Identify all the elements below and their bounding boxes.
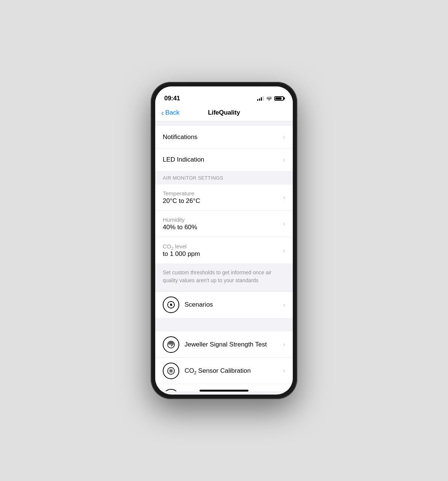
home-indicator [200,390,248,392]
co2-content: CO2 level to 1 000 ppm [163,243,200,258]
svg-line-9 [170,369,170,370]
scenarios-label: Scenarios [185,301,213,309]
section-divider-2 [155,318,293,331]
co2-calibration-label: CO2 Sensor Calibration [185,367,251,375]
svg-point-3 [171,344,172,345]
status-bar: 09:41 [155,86,293,105]
humidity-content: Humidity 40% to 60% [163,216,197,231]
status-time: 09:41 [164,95,180,102]
nav-bar: ‹ Back LifeQuality [155,105,293,121]
top-spacer [155,121,293,126]
description-box: Set custom thresholds to get informed on… [155,263,293,291]
notifications-chevron-icon: › [283,133,285,141]
svg-line-10 [172,372,173,372]
temperature-value: 20°C to 26°C [163,197,200,205]
co2-chevron-icon: › [283,247,285,254]
led-chevron-icon: › [283,156,285,164]
bottom-card-group: Jeweller Signal Strength Test › [155,331,293,391]
air-monitor-section-label: AIR MONITOR SETTINGS [163,175,223,181]
co2-calibration-item[interactable]: CO2 Sensor Calibration › [155,358,293,384]
phone-screen: 09:41 [155,86,293,395]
co2-calibration-left: CO2 Sensor Calibration [163,363,283,379]
status-icons [257,95,284,101]
temperature-title: Temperature [163,190,200,197]
back-label: Back [165,109,180,116]
nav-title: LifeQuality [208,109,240,116]
scenarios-card-group: Scenarios › [155,292,293,318]
air-monitor-section-header: AIR MONITOR SETTINGS [155,171,293,185]
scenarios-chevron-icon: › [283,301,285,309]
scenarios-item[interactable]: Scenarios › [155,292,293,318]
humidity-item[interactable]: Humidity 40% to 60% › [155,211,293,237]
led-indication-item[interactable]: LED Indication › [155,148,293,171]
first-card-group: Notifications › LED Indication › [155,126,293,171]
notifications-item[interactable]: Notifications › [155,126,293,148]
scenarios-left: Scenarios [163,296,283,313]
scenarios-icon [163,296,179,313]
user-guide-icon [163,389,179,391]
led-indication-label: LED Indication [163,156,204,163]
svg-point-1 [170,304,172,306]
temperature-chevron-icon: › [283,194,285,201]
humidity-chevron-icon: › [283,220,285,228]
jeweller-label: Jeweller Signal Strength Test [185,341,267,348]
co2-value: to 1 000 ppm [163,250,200,258]
jeweller-icon [163,336,179,353]
air-monitor-card-group: Temperature 20°C to 26°C › Humidity 40% … [155,185,293,263]
svg-line-11 [172,369,173,370]
phone-frame: 09:41 [151,82,297,399]
co2-title: CO2 level [163,243,200,250]
back-button[interactable]: ‹ Back [161,109,179,116]
humidity-value: 40% to 60% [163,224,197,231]
humidity-title: Humidity [163,216,197,223]
svg-line-12 [170,372,170,372]
signal-icon [257,96,264,101]
jeweller-item[interactable]: Jeweller Signal Strength Test › [155,331,293,358]
battery-icon [274,96,284,101]
scroll-content: Notifications › LED Indication › AIR MON… [155,121,293,391]
co2-calibration-icon [163,363,179,379]
svg-point-13 [170,370,172,372]
co2-calibration-chevron-icon: › [283,367,285,375]
jeweller-left: Jeweller Signal Strength Test [163,336,283,353]
description-text: Set custom thresholds to get informed on… [163,269,271,283]
temperature-content: Temperature 20°C to 26°C [163,190,200,205]
jeweller-chevron-icon: › [283,340,285,348]
svg-point-4 [168,367,174,374]
notifications-label: Notifications [163,133,198,141]
co2-item[interactable]: CO2 level to 1 000 ppm › [155,237,293,263]
wifi-icon [266,95,272,101]
chevron-left-icon: ‹ [161,109,164,116]
temperature-item[interactable]: Temperature 20°C to 26°C › [155,185,293,211]
